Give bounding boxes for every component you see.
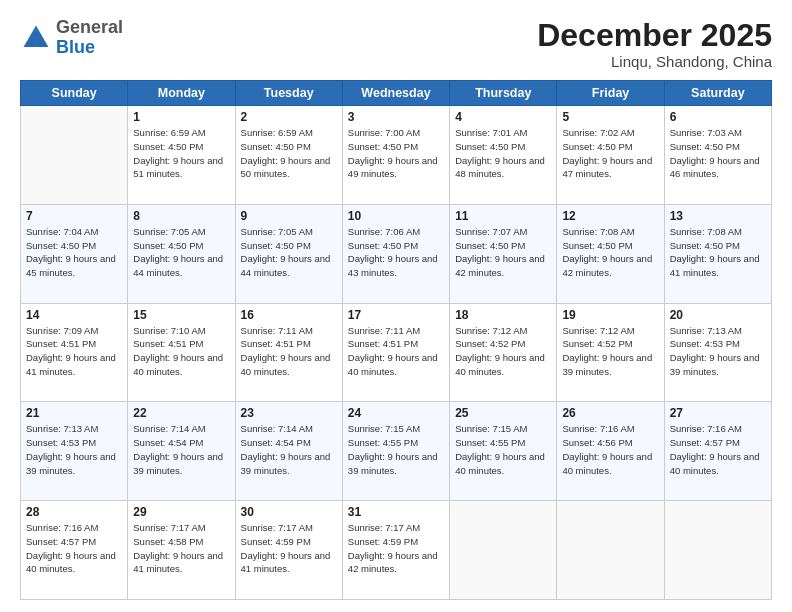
day-number: 31 — [348, 505, 444, 519]
weekday-header: Monday — [128, 81, 235, 106]
calendar-cell: 28Sunrise: 7:16 AMSunset: 4:57 PMDayligh… — [21, 501, 128, 600]
day-info: Sunrise: 7:12 AMSunset: 4:52 PMDaylight:… — [562, 324, 658, 379]
calendar-cell: 26Sunrise: 7:16 AMSunset: 4:56 PMDayligh… — [557, 402, 664, 501]
calendar-cell: 23Sunrise: 7:14 AMSunset: 4:54 PMDayligh… — [235, 402, 342, 501]
calendar-cell: 22Sunrise: 7:14 AMSunset: 4:54 PMDayligh… — [128, 402, 235, 501]
calendar-cell: 5Sunrise: 7:02 AMSunset: 4:50 PMDaylight… — [557, 106, 664, 205]
day-number: 23 — [241, 406, 337, 420]
day-info: Sunrise: 7:13 AMSunset: 4:53 PMDaylight:… — [670, 324, 766, 379]
day-info: Sunrise: 6:59 AMSunset: 4:50 PMDaylight:… — [241, 126, 337, 181]
day-info: Sunrise: 7:05 AMSunset: 4:50 PMDaylight:… — [241, 225, 337, 280]
calendar-cell: 2Sunrise: 6:59 AMSunset: 4:50 PMDaylight… — [235, 106, 342, 205]
header: General Blue December 2025 Linqu, Shando… — [20, 18, 772, 70]
day-number: 27 — [670, 406, 766, 420]
day-number: 5 — [562, 110, 658, 124]
day-number: 17 — [348, 308, 444, 322]
weekday-header: Sunday — [21, 81, 128, 106]
day-info: Sunrise: 7:16 AMSunset: 4:56 PMDaylight:… — [562, 422, 658, 477]
calendar-cell: 10Sunrise: 7:06 AMSunset: 4:50 PMDayligh… — [342, 204, 449, 303]
calendar-cell: 21Sunrise: 7:13 AMSunset: 4:53 PMDayligh… — [21, 402, 128, 501]
weekday-header: Thursday — [450, 81, 557, 106]
calendar-week: 21Sunrise: 7:13 AMSunset: 4:53 PMDayligh… — [21, 402, 772, 501]
day-info: Sunrise: 7:03 AMSunset: 4:50 PMDaylight:… — [670, 126, 766, 181]
calendar-cell: 8Sunrise: 7:05 AMSunset: 4:50 PMDaylight… — [128, 204, 235, 303]
day-number: 22 — [133, 406, 229, 420]
calendar-cell: 6Sunrise: 7:03 AMSunset: 4:50 PMDaylight… — [664, 106, 771, 205]
day-info: Sunrise: 7:08 AMSunset: 4:50 PMDaylight:… — [670, 225, 766, 280]
day-number: 30 — [241, 505, 337, 519]
calendar-cell: 18Sunrise: 7:12 AMSunset: 4:52 PMDayligh… — [450, 303, 557, 402]
day-number: 4 — [455, 110, 551, 124]
calendar-week: 7Sunrise: 7:04 AMSunset: 4:50 PMDaylight… — [21, 204, 772, 303]
day-info: Sunrise: 7:11 AMSunset: 4:51 PMDaylight:… — [348, 324, 444, 379]
calendar-cell: 12Sunrise: 7:08 AMSunset: 4:50 PMDayligh… — [557, 204, 664, 303]
calendar-cell: 19Sunrise: 7:12 AMSunset: 4:52 PMDayligh… — [557, 303, 664, 402]
day-info: Sunrise: 7:17 AMSunset: 4:59 PMDaylight:… — [348, 521, 444, 576]
month-year: December 2025 — [537, 18, 772, 53]
day-info: Sunrise: 7:16 AMSunset: 4:57 PMDaylight:… — [670, 422, 766, 477]
day-number: 28 — [26, 505, 122, 519]
day-number: 29 — [133, 505, 229, 519]
day-info: Sunrise: 7:10 AMSunset: 4:51 PMDaylight:… — [133, 324, 229, 379]
calendar-cell: 15Sunrise: 7:10 AMSunset: 4:51 PMDayligh… — [128, 303, 235, 402]
day-number: 20 — [670, 308, 766, 322]
day-number: 8 — [133, 209, 229, 223]
logo-icon — [20, 22, 52, 54]
day-info: Sunrise: 7:15 AMSunset: 4:55 PMDaylight:… — [455, 422, 551, 477]
day-info: Sunrise: 7:01 AMSunset: 4:50 PMDaylight:… — [455, 126, 551, 181]
calendar-cell: 20Sunrise: 7:13 AMSunset: 4:53 PMDayligh… — [664, 303, 771, 402]
calendar-cell: 16Sunrise: 7:11 AMSunset: 4:51 PMDayligh… — [235, 303, 342, 402]
logo-text: General Blue — [56, 18, 123, 58]
day-info: Sunrise: 7:14 AMSunset: 4:54 PMDaylight:… — [241, 422, 337, 477]
svg-rect-2 — [32, 36, 39, 47]
calendar-cell: 11Sunrise: 7:07 AMSunset: 4:50 PMDayligh… — [450, 204, 557, 303]
day-info: Sunrise: 7:07 AMSunset: 4:50 PMDaylight:… — [455, 225, 551, 280]
calendar-cell: 4Sunrise: 7:01 AMSunset: 4:50 PMDaylight… — [450, 106, 557, 205]
day-number: 13 — [670, 209, 766, 223]
calendar-week: 14Sunrise: 7:09 AMSunset: 4:51 PMDayligh… — [21, 303, 772, 402]
day-info: Sunrise: 7:14 AMSunset: 4:54 PMDaylight:… — [133, 422, 229, 477]
day-number: 6 — [670, 110, 766, 124]
day-number: 25 — [455, 406, 551, 420]
calendar-cell — [450, 501, 557, 600]
calendar-cell: 25Sunrise: 7:15 AMSunset: 4:55 PMDayligh… — [450, 402, 557, 501]
day-info: Sunrise: 7:15 AMSunset: 4:55 PMDaylight:… — [348, 422, 444, 477]
day-info: Sunrise: 6:59 AMSunset: 4:50 PMDaylight:… — [133, 126, 229, 181]
calendar-cell — [557, 501, 664, 600]
day-info: Sunrise: 7:04 AMSunset: 4:50 PMDaylight:… — [26, 225, 122, 280]
day-info: Sunrise: 7:12 AMSunset: 4:52 PMDaylight:… — [455, 324, 551, 379]
calendar-cell — [664, 501, 771, 600]
day-number: 11 — [455, 209, 551, 223]
day-info: Sunrise: 7:00 AMSunset: 4:50 PMDaylight:… — [348, 126, 444, 181]
calendar-cell: 3Sunrise: 7:00 AMSunset: 4:50 PMDaylight… — [342, 106, 449, 205]
day-info: Sunrise: 7:06 AMSunset: 4:50 PMDaylight:… — [348, 225, 444, 280]
day-info: Sunrise: 7:09 AMSunset: 4:51 PMDaylight:… — [26, 324, 122, 379]
day-info: Sunrise: 7:08 AMSunset: 4:50 PMDaylight:… — [562, 225, 658, 280]
calendar-cell — [21, 106, 128, 205]
weekday-header: Saturday — [664, 81, 771, 106]
calendar-cell: 9Sunrise: 7:05 AMSunset: 4:50 PMDaylight… — [235, 204, 342, 303]
location: Linqu, Shandong, China — [537, 53, 772, 70]
calendar-cell: 17Sunrise: 7:11 AMSunset: 4:51 PMDayligh… — [342, 303, 449, 402]
day-number: 14 — [26, 308, 122, 322]
calendar-cell: 1Sunrise: 6:59 AMSunset: 4:50 PMDaylight… — [128, 106, 235, 205]
day-info: Sunrise: 7:17 AMSunset: 4:58 PMDaylight:… — [133, 521, 229, 576]
day-number: 1 — [133, 110, 229, 124]
day-number: 7 — [26, 209, 122, 223]
day-info: Sunrise: 7:02 AMSunset: 4:50 PMDaylight:… — [562, 126, 658, 181]
logo: General Blue — [20, 18, 123, 58]
calendar-cell: 30Sunrise: 7:17 AMSunset: 4:59 PMDayligh… — [235, 501, 342, 600]
calendar-cell: 24Sunrise: 7:15 AMSunset: 4:55 PMDayligh… — [342, 402, 449, 501]
weekday-header: Tuesday — [235, 81, 342, 106]
day-number: 10 — [348, 209, 444, 223]
day-number: 21 — [26, 406, 122, 420]
day-number: 12 — [562, 209, 658, 223]
day-number: 26 — [562, 406, 658, 420]
day-number: 18 — [455, 308, 551, 322]
day-info: Sunrise: 7:11 AMSunset: 4:51 PMDaylight:… — [241, 324, 337, 379]
day-number: 2 — [241, 110, 337, 124]
calendar-cell: 29Sunrise: 7:17 AMSunset: 4:58 PMDayligh… — [128, 501, 235, 600]
day-number: 16 — [241, 308, 337, 322]
day-info: Sunrise: 7:13 AMSunset: 4:53 PMDaylight:… — [26, 422, 122, 477]
page: General Blue December 2025 Linqu, Shando… — [0, 0, 792, 612]
